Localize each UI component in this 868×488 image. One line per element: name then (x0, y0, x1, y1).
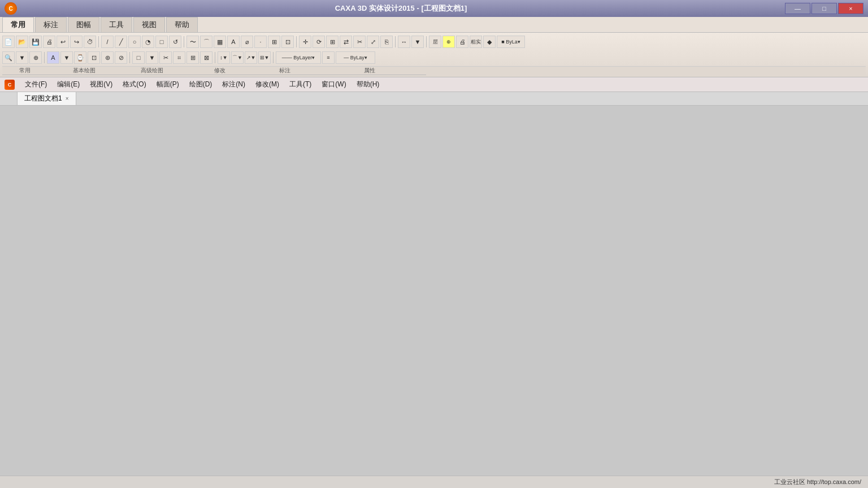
tb-extend[interactable]: ⤢ (367, 36, 379, 48)
ribbon-tab-view[interactable]: 视图 (133, 17, 165, 32)
tb-dash[interactable]: ≡ (322, 51, 335, 64)
menu-help[interactable]: 帮助(H) (352, 79, 384, 90)
tb-dim-ang[interactable]: ⌒▼ (231, 51, 244, 64)
tb-arr[interactable]: ⊞ (186, 51, 199, 64)
tb-print[interactable]: 🖨 (43, 36, 55, 48)
tb-dim-h[interactable]: ↕▼ (218, 51, 230, 64)
tb-sym[interactable]: ⊛ (101, 51, 114, 64)
drawing-area-wrapper: 工程图文档1 × ⊞ ▦ ⊕ 图框 ≡ 标注 文本编辑器 - 多行文字 (0, 92, 868, 488)
tb-circle[interactable]: ○ (128, 36, 141, 48)
menu-draw[interactable]: 绘图(D) (185, 79, 217, 90)
tb-new[interactable]: 📄 (2, 36, 15, 48)
sep-2 (184, 36, 184, 47)
ribbon-tab-drawing-format[interactable]: 图幅 (68, 17, 99, 32)
close-button[interactable]: × (838, 3, 863, 14)
group-label-basic: 基本绘图 (47, 67, 121, 75)
sep-9 (273, 52, 274, 63)
tb-leader[interactable]: ↗▼ (245, 51, 257, 64)
tb-pan[interactable]: ⊕ (29, 51, 42, 64)
sep-4 (395, 36, 396, 47)
ribbon-tab-help[interactable]: 帮助 (166, 17, 198, 32)
tb-snap[interactable]: ⊕ (442, 36, 455, 48)
menu-window[interactable]: 窗口(W) (317, 79, 350, 90)
tb-open[interactable]: 📂 (16, 36, 28, 48)
doc-tab-close[interactable]: × (66, 95, 69, 102)
tb-dim-drop[interactable]: ▼ (411, 36, 424, 48)
tb-move[interactable]: ✛ (299, 36, 311, 48)
tb-zoom[interactable]: 🔍 (2, 51, 15, 64)
tb-clip[interactable]: ✂ (159, 51, 172, 64)
group-label-property: 属性 (313, 67, 426, 75)
tb-copy[interactable]: ⎘ (380, 36, 393, 48)
tb-print2[interactable]: 🖨 (456, 36, 468, 48)
tb-linestyle[interactable]: —— ByLayer▾ (276, 51, 321, 64)
tb-layer-icon[interactable]: 层 (429, 36, 441, 48)
tb-undo[interactable]: ↩ (57, 36, 69, 48)
sep-8 (215, 52, 215, 63)
tb-text[interactable]: A (227, 36, 240, 48)
menu-modify[interactable]: 修改(M) (251, 79, 284, 90)
tb-mirror[interactable]: ⇄ (340, 36, 352, 48)
ribbon-tab-annotation[interactable]: 标注 (35, 17, 67, 32)
doc-tab-1[interactable]: 工程图文档1 × (17, 92, 76, 105)
tb-undo2[interactable]: ↺ (169, 36, 181, 48)
tb-rotate[interactable]: ⟳ (313, 36, 325, 48)
tb-spline[interactable]: 〜 (186, 36, 199, 48)
tb-bezier[interactable]: ⌀ (241, 36, 253, 48)
tb-frame[interactable]: □ (132, 51, 145, 64)
tb-hatch[interactable]: ▦ (214, 36, 226, 48)
sep-3 (296, 36, 297, 47)
doc-tabs: 工程图文档1 × (0, 92, 868, 106)
tb-textA2[interactable]: ▼ (60, 51, 73, 64)
ribbon-tabs: 常用 标注 图幅 工具 视图 帮助 (0, 17, 868, 33)
tb-zoom-drop[interactable]: ▼ (16, 51, 28, 64)
group-label-annotation: 标注 (257, 67, 313, 75)
group-label-modify: 修改 (183, 67, 257, 75)
tb-dim3[interactable]: ⊡ (88, 51, 100, 64)
maximize-button[interactable]: □ (811, 3, 837, 14)
tb-clip2[interactable]: ⌗ (173, 51, 185, 64)
tb-redo[interactable]: ↪ (70, 36, 83, 48)
tb-sym2[interactable]: ⊘ (115, 51, 127, 64)
tb-arc[interactable]: ◔ (142, 36, 154, 48)
tb-dim-linear[interactable]: ↔ (398, 36, 410, 48)
menu-tools[interactable]: 工具(T) (285, 79, 316, 90)
group-label-common: 常用 (2, 67, 47, 75)
tb-bylayer-color[interactable]: ■ ByLa▾ (497, 36, 525, 48)
menu-annotation[interactable]: 标注(N) (218, 79, 250, 90)
tb-lineweight[interactable]: 粗实 (470, 36, 482, 48)
tb-save[interactable]: 💾 (29, 36, 42, 48)
tb-rect[interactable]: □ (155, 36, 168, 48)
caxa-icon: C (5, 80, 15, 90)
sep-1 (98, 36, 99, 47)
tb-block[interactable]: ⊡ (281, 36, 294, 48)
tb-textA[interactable]: A (47, 51, 59, 64)
minimize-button[interactable]: — (785, 3, 810, 14)
tb-text-dim[interactable]: ⊞▼ (258, 51, 271, 64)
tb-grid[interactable]: ⊞ (268, 36, 280, 48)
menu-file[interactable]: 文件(F) (20, 79, 51, 90)
tb-scale[interactable]: ⊞ (326, 36, 338, 48)
tb-trim[interactable]: ✂ (353, 36, 366, 48)
tb-dim2[interactable]: ⌚ (74, 51, 86, 64)
ribbon-tab-common[interactable]: 常用 (2, 17, 34, 32)
tb-arr2[interactable]: ⊠ (200, 51, 212, 64)
status-text: 工业云社区 http://top.caxa.com/ (774, 478, 861, 486)
menu-edit[interactable]: 编辑(E) (53, 79, 84, 90)
status-bar: 工业云社区 http://top.caxa.com/ (0, 476, 868, 488)
tb-line[interactable]: / (101, 36, 114, 48)
tb-bylayer2[interactable]: — ByLay▾ (336, 51, 375, 64)
tb-fillet[interactable]: ⌒ (200, 36, 212, 48)
menubar: C 文件(F) 编辑(E) 视图(V) 格式(O) 幅面(P) 绘图(D) 标注… (0, 77, 868, 92)
menu-page[interactable]: 幅面(P) (152, 79, 184, 90)
menu-format[interactable]: 格式(O) (118, 79, 150, 90)
tb-frame2[interactable]: ▼ (146, 51, 158, 64)
doc-tab-label: 工程图文档1 (24, 94, 62, 103)
menu-view[interactable]: 视图(V) (85, 79, 117, 90)
tb-line2[interactable]: ╱ (115, 36, 127, 48)
tb-point[interactable]: · (254, 36, 267, 48)
tb-color-fill[interactable]: ◆ (483, 36, 496, 48)
tb-clock[interactable]: ⏱ (84, 36, 96, 48)
ribbon-tab-tools[interactable]: 工具 (101, 17, 132, 32)
app-container: C CAXA 3D 实体设计2015 - [工程图文档1] — □ × 常用 标… (0, 0, 868, 488)
